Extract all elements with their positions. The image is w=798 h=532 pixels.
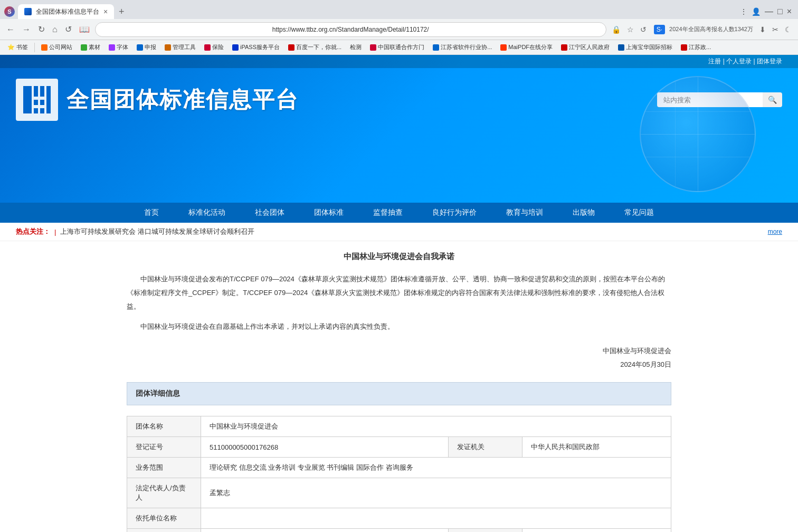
history-back-button[interactable]: ↺	[63, 22, 74, 36]
bookmark-label: 保险	[212, 43, 224, 51]
bookmark-item-company[interactable]: 公司网站	[38, 42, 75, 52]
bookmark-icon	[370, 44, 376, 51]
bookmark-item-baidu[interactable]: 百度一下，你就...	[285, 42, 345, 52]
new-tab-button[interactable]: +	[114, 4, 129, 19]
night-mode-icon[interactable]: ☾	[783, 23, 794, 36]
search-button[interactable]: 🔍	[763, 92, 782, 107]
bookmark-label: 检测	[350, 43, 362, 51]
bookmark-icon	[561, 44, 567, 51]
bookmark-label: 管理工具	[173, 43, 196, 51]
browser-tab[interactable]: 全国团体标准信息平台 ×	[18, 4, 114, 19]
nav-item-evaluation[interactable]: 良好行为评价	[417, 203, 491, 223]
svg-rect-6	[40, 108, 44, 113]
tab-close-button[interactable]: ×	[103, 7, 108, 16]
bookmark-label: 江苏政...	[689, 43, 711, 51]
extension-area: S· 2024年全国高考报名人数1342万 ⬇ ✂ ☾	[654, 23, 794, 36]
table-row: 通讯地址 北京市东城区和平里东街18号3号楼102室 邮编：100714	[127, 529, 671, 533]
field-value-sponsor	[201, 508, 671, 529]
nav-item-standards[interactable]: 团体标准	[299, 203, 358, 223]
home-button[interactable]: ⌂	[50, 23, 60, 36]
bookmark-icon	[618, 44, 624, 51]
menu-dots-icon[interactable]: ⋮	[740, 7, 747, 16]
bookmark-icon	[109, 44, 115, 51]
field-value-legal-rep: 孟繁志	[201, 478, 671, 508]
bookmark-item-star[interactable]: ⭐ 书签	[4, 42, 31, 52]
bookmark-item-maipdf[interactable]: MaiPDF在线分享	[497, 42, 556, 52]
download-icon[interactable]: ⬇	[757, 23, 768, 36]
bookmark-item-tools[interactable]: 管理工具	[162, 42, 199, 52]
pledge-title: 中国林业与环境促进会自我承诺	[127, 252, 671, 262]
refresh-button[interactable]: ↻	[36, 22, 47, 36]
bookmark-item-insurance[interactable]: 保险	[201, 42, 227, 52]
nav-item-training[interactable]: 教育与培训	[491, 203, 558, 223]
pledge-signature: 中国林业与环境促进会 2024年05月30日	[127, 344, 671, 372]
field-label-legal-rep: 法定代表人/负责人	[127, 478, 201, 508]
field-value-address: 北京市东城区和平里东街18号3号楼102室	[201, 529, 449, 533]
login-links[interactable]: 注册 | 个人登录 | 团体登录	[708, 58, 782, 65]
nav-item-faq[interactable]: 常见问题	[610, 203, 669, 223]
url-input[interactable]	[95, 22, 606, 37]
bookmark-icon	[137, 44, 143, 51]
bookmark-item-material[interactable]: 素材	[78, 42, 103, 52]
table-row: 法定代表人/负责人 孟繁志	[127, 478, 671, 508]
bookmark-item-jiangsu[interactable]: 江苏省软件行业协...	[430, 42, 495, 52]
field-value-scope: 理论研究 信息交流 业务培训 专业展览 书刊编辑 国际合作 咨询服务	[201, 458, 671, 478]
table-row: 业务范围 理论研究 信息交流 业务培训 专业展览 书刊编辑 国际合作 咨询服务	[127, 458, 671, 478]
svg-rect-0	[23, 86, 32, 113]
address-bar-row: ← → ↻ ⌂ ↺ 📖 🔒 ☆ ↺ S· 2024年全国高考报名人数1342万 …	[0, 19, 798, 40]
group-info-section: 团体详细信息 团体名称 中国林业与环境促进会 登记证号 511000005000…	[127, 382, 671, 532]
hot-news-text[interactable]: 上海市可持续发展研究会 港口城可持续发展全球研讨会顺利召开	[60, 227, 767, 236]
header-top-bar: 注册 | 个人登录 | 团体登录	[0, 55, 798, 68]
bookmark-label: 上海宝华国际招标	[626, 43, 672, 51]
bookmark-icon	[204, 44, 211, 51]
svg-rect-2	[40, 86, 44, 97]
site-nav: 首页 标准化活动 社会团体 团体标准 监督抽查 良好行为评价 教育与培训 出版物…	[0, 203, 798, 223]
forward-button[interactable]: →	[20, 23, 33, 36]
field-label-address: 通讯地址	[127, 529, 201, 533]
bookmark-item-apply[interactable]: 申报	[134, 42, 159, 52]
nav-item-publications[interactable]: 出版物	[558, 203, 610, 223]
logo-icon-box	[16, 79, 58, 121]
bookmark-label: 中国联通合作方门	[378, 43, 424, 51]
address-actions: 🔒 ☆ ↺	[610, 23, 649, 36]
sogou-extension[interactable]: S·	[654, 25, 665, 34]
field-label-sponsor: 依托单位名称	[127, 508, 201, 529]
nav-item-supervision[interactable]: 监督抽查	[358, 203, 417, 223]
nav-item-home[interactable]: 首页	[129, 203, 174, 223]
bookmark-icon	[232, 44, 239, 51]
more-link[interactable]: more	[768, 228, 782, 235]
hot-news-separator: |	[54, 228, 56, 236]
bookmark-label: 字体	[117, 43, 128, 51]
bookmark-item-jiangning[interactable]: 江宁区人民政府	[558, 42, 613, 52]
field-label-issuer: 发证机关	[449, 437, 522, 458]
star-icon[interactable]: ☆	[625, 23, 636, 36]
field-label-name: 团体名称	[127, 416, 201, 437]
table-row: 登记证号 511000005000176268 发证机关 中华人民共和国民政部	[127, 437, 671, 458]
close-window-button[interactable]: ×	[787, 7, 792, 16]
svg-rect-4	[34, 108, 38, 113]
group-info-header: 团体详细信息	[127, 382, 671, 405]
maximize-button[interactable]: □	[777, 7, 783, 16]
user-icon[interactable]: 👤	[752, 7, 761, 16]
bookmark-item-unicom[interactable]: 中国联通合作方门	[367, 42, 428, 52]
bookmark-item-shanghai[interactable]: 上海宝华国际招标	[615, 42, 676, 52]
bookmark-item-detect[interactable]: 检测	[347, 42, 365, 52]
table-row: 团体名称 中国林业与环境促进会	[127, 416, 671, 437]
bookmark-item-jiangsu2[interactable]: 江苏政...	[678, 42, 714, 52]
bookmark-icon	[288, 44, 294, 51]
logo-svg	[21, 84, 53, 116]
scissors-icon[interactable]: ✂	[770, 23, 781, 36]
bookmark-icon	[41, 44, 48, 51]
bookmark-item-font[interactable]: 字体	[106, 42, 131, 52]
bookmark-item-ipass[interactable]: iPASS服务平台	[229, 42, 283, 52]
nav-item-organizations[interactable]: 社会团体	[240, 203, 299, 223]
nav-item-activities[interactable]: 标准化活动	[174, 203, 240, 223]
bookmark-icon	[681, 44, 687, 51]
back-button[interactable]: ←	[4, 23, 17, 36]
refresh-icon[interactable]: ↺	[638, 23, 649, 36]
bookmark-label: 江苏省软件行业协...	[441, 43, 492, 51]
bookmark-label: 素材	[89, 43, 100, 51]
bookmark-label: MaiPDF在线分享	[508, 43, 553, 51]
bookmark-button[interactable]: 📖	[77, 22, 92, 36]
minimize-button[interactable]: —	[765, 7, 773, 16]
